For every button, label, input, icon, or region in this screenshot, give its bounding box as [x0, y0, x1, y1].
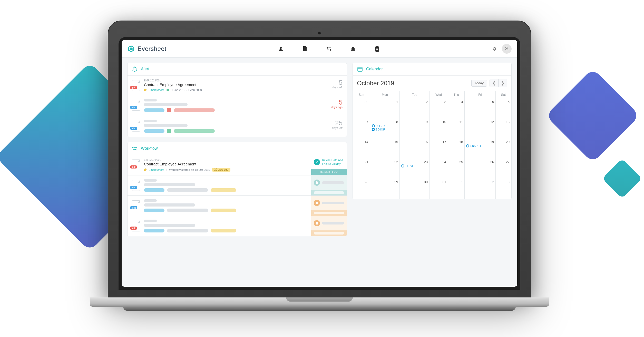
- alert-days: 5days left: [332, 79, 343, 89]
- brand[interactable]: Eversheet: [127, 45, 167, 53]
- alert-title[interactable]: Contract Employee Agreement: [144, 82, 328, 87]
- calendar-day-cell[interactable]: 16: [400, 139, 430, 159]
- brand-name: Eversheet: [138, 45, 167, 52]
- calendar-day-cell[interactable]: 19SDSDC4: [465, 139, 496, 159]
- workflow-item[interactable]: .doc: [128, 196, 347, 216]
- status-doc-icon: [314, 200, 320, 206]
- svg-rect-3: [327, 50, 329, 50]
- calendar-weekday: Mon: [370, 91, 400, 99]
- calendar-prev-button[interactable]: ❮: [490, 79, 498, 87]
- alert-item[interactable]: .doc 5days ago: [128, 95, 347, 116]
- file-icon: .doc: [132, 121, 140, 132]
- nav-person-icon[interactable]: [278, 46, 284, 52]
- calendar-day-cell[interactable]: 22: [370, 159, 400, 179]
- calendar-day-cell[interactable]: 8DFE214SD44SF: [370, 119, 400, 139]
- calendar-day-cell[interactable]: 28: [353, 179, 370, 199]
- calendar-day-cell[interactable]: 12: [465, 119, 496, 139]
- calendar-day-cell[interactable]: 5: [465, 99, 496, 119]
- calendar-day-cell[interactable]: 30: [353, 99, 370, 119]
- brand-logo-icon: [127, 45, 135, 53]
- workflow-panel: Workflow .pdf EMP/2019/001 Contract Empl…: [127, 142, 347, 236]
- workflow-item[interactable]: .pdf EMP/2019/001 Contract Employee Agre…: [128, 155, 347, 175]
- nav-workflow-icon[interactable]: [326, 46, 332, 52]
- event-dot-icon: [372, 128, 375, 131]
- calendar-weekday: Sun: [353, 91, 370, 99]
- svg-rect-4: [167, 89, 169, 91]
- calendar-weekday: Tue: [400, 91, 430, 99]
- calendar-day-cell[interactable]: 13: [496, 119, 511, 139]
- svg-point-0: [327, 47, 328, 49]
- file-icon: .pdf: [132, 160, 140, 170]
- alert-panel-title: Alert: [141, 67, 149, 71]
- workflow-category[interactable]: Employment: [149, 168, 164, 171]
- calendar-day-cell[interactable]: 31: [430, 179, 448, 199]
- deco-diamond-right-2: [602, 158, 642, 199]
- calendar-day-cell[interactable]: 29: [370, 179, 400, 199]
- calendar-day-cell[interactable]: 7: [353, 119, 370, 139]
- calendar-day-cell[interactable]: 9: [400, 119, 430, 139]
- deco-diamond-right-1: [545, 68, 640, 163]
- workflow-age-badge: 20 days ago: [212, 168, 230, 172]
- nav-bell-icon[interactable]: [350, 46, 356, 52]
- calendar-panel: Calendar October 2019 Today ❮ ❯: [353, 63, 512, 199]
- file-icon: .doc: [132, 180, 140, 191]
- calendar-day-cell[interactable]: 27: [496, 159, 511, 179]
- calendar-day-cell[interactable]: 18: [448, 139, 465, 159]
- user-avatar[interactable]: S: [502, 44, 512, 54]
- calendar-day-cell[interactable]: 3: [430, 99, 448, 119]
- workflow-status-role: Head of Office: [320, 171, 338, 174]
- nav-document-icon[interactable]: [302, 46, 308, 52]
- calendar-day-cell[interactable]: 3: [496, 179, 511, 199]
- calendar-day-cell[interactable]: 2: [400, 99, 430, 119]
- calendar-next-button[interactable]: ❯: [498, 79, 507, 87]
- alert-days: 5days ago: [331, 99, 343, 109]
- workflow-status: [311, 216, 347, 236]
- calendar-day-cell[interactable]: 26: [465, 159, 496, 179]
- calendar-day-cell[interactable]: 17: [430, 139, 448, 159]
- workflow-item[interactable]: .doc: [128, 175, 347, 196]
- calendar-day-cell[interactable]: 30: [400, 179, 430, 199]
- svg-point-2: [330, 49, 331, 51]
- event-dot-icon: [372, 124, 375, 127]
- calendar-day-cell[interactable]: 10: [430, 119, 448, 139]
- calendar-event[interactable]: DFE214: [372, 124, 398, 127]
- calendar-day-cell[interactable]: 21: [353, 159, 370, 179]
- calendar-day-cell[interactable]: 15: [370, 139, 400, 159]
- calendar-day-cell[interactable]: 2: [465, 179, 496, 199]
- calendar-day-cell[interactable]: 4: [448, 99, 465, 119]
- calendar-event[interactable]: FFRVF2: [401, 164, 428, 167]
- calendar-weekday: Thu: [448, 91, 465, 99]
- event-dot-icon: [401, 164, 404, 167]
- calendar-day-cell[interactable]: 24: [430, 159, 448, 179]
- settings-gear-icon[interactable]: [492, 46, 497, 51]
- calendar-day-cell[interactable]: 20: [496, 139, 511, 159]
- event-dot-icon: [466, 144, 469, 147]
- alert-item[interactable]: .doc 25days left: [128, 116, 347, 137]
- alert-category[interactable]: Employment: [149, 88, 164, 91]
- workflow-title[interactable]: Contract Employee Agreement: [144, 162, 307, 166]
- calendar-day-cell[interactable]: 1: [448, 179, 465, 199]
- calendar-weekday: Wed: [430, 91, 448, 99]
- status-doc-icon: [314, 220, 320, 226]
- workflow-panel-title: Workflow: [141, 146, 158, 151]
- calendar-day-cell[interactable]: 14: [353, 139, 370, 159]
- calendar-today-button[interactable]: Today: [471, 80, 487, 87]
- calendar-icon: [357, 66, 363, 72]
- svg-rect-1: [328, 48, 331, 48]
- bell-icon: [132, 66, 138, 72]
- workflow-item[interactable]: .pdf: [128, 216, 347, 236]
- calendar-day-cell[interactable]: 6: [496, 99, 511, 119]
- calendar-day-cell[interactable]: 25: [448, 159, 465, 179]
- app-header: Eversheet S: [122, 40, 517, 58]
- calendar-day-cell[interactable]: 23FFRVF2: [400, 159, 430, 179]
- calendar-event[interactable]: SDSDC4: [466, 144, 494, 147]
- category-dot-icon: [144, 89, 147, 91]
- calendar-day-cell[interactable]: 1: [370, 99, 400, 119]
- nav-clipboard-icon[interactable]: [374, 46, 380, 52]
- calendar-day-cell[interactable]: 11: [448, 119, 465, 139]
- svg-rect-9: [358, 67, 362, 71]
- alert-ref: EMP/2019/001: [144, 79, 328, 82]
- alert-item[interactable]: .pdf EMP/2019/001 Contract Employee Agre…: [128, 76, 347, 95]
- calendar-event[interactable]: SD44SF: [372, 128, 398, 131]
- calendar-grid: SunMonTueWedThuFriSat 3012345678DFE214SD…: [353, 91, 511, 199]
